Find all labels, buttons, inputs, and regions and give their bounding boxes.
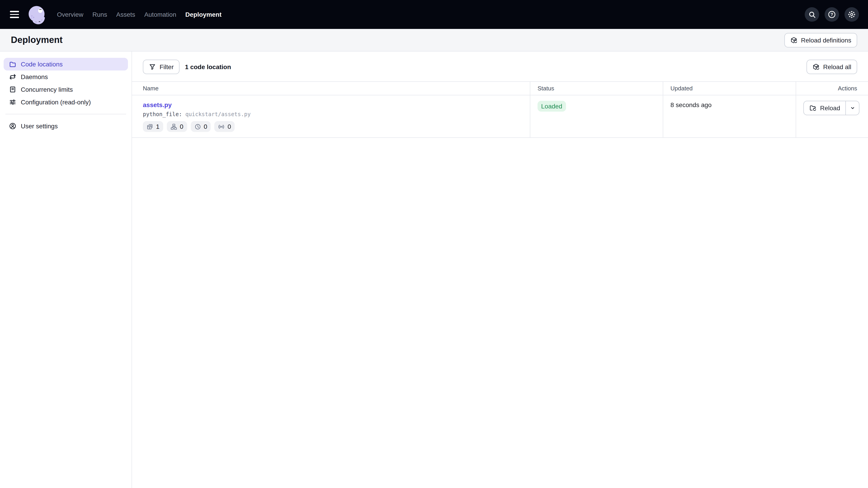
schedules-count: 0 xyxy=(204,123,207,130)
sensors-count-badge: 0 xyxy=(215,121,235,132)
sidebar-item-user-settings[interactable]: User settings xyxy=(4,120,128,132)
reload-all-button[interactable]: Reload all xyxy=(806,60,857,74)
reload-all-label: Reload all xyxy=(823,63,851,70)
menu-button[interactable] xyxy=(5,5,24,24)
help-button[interactable]: ? xyxy=(825,7,839,22)
job-graph-icon xyxy=(170,123,177,130)
primary-nav: Overview Runs Assets Automation Deployme… xyxy=(53,7,226,22)
reload-definitions-button[interactable]: Reload definitions xyxy=(784,33,857,47)
nav-utility-buttons: ? xyxy=(805,7,859,22)
jobs-count-badge: 0 xyxy=(167,121,187,132)
app-window: Overview Runs Assets Automation Deployme… xyxy=(0,0,868,488)
definition-key: python_file: xyxy=(143,111,182,118)
status-cell: Loaded xyxy=(530,95,663,137)
dagster-logo xyxy=(27,4,47,24)
folder-icon xyxy=(9,61,16,68)
sidebar-item-label: Daemons xyxy=(21,73,48,80)
schedule-clock-icon xyxy=(194,123,201,130)
help-icon: ? xyxy=(828,10,836,19)
document-icon xyxy=(9,86,16,93)
code-location-definition: python_file: quickstart/assets.py xyxy=(143,111,523,118)
page-header: Deployment Reload definitions xyxy=(0,29,868,52)
sidebar-item-concurrency-limits[interactable]: Concurrency limits xyxy=(4,83,128,96)
chevron-down-icon xyxy=(850,105,855,111)
sidebar-item-label: User settings xyxy=(21,123,58,130)
page-title: Deployment xyxy=(11,35,63,45)
sidebar-item-daemons[interactable]: Daemons xyxy=(4,70,128,83)
filter-label: Filter xyxy=(160,63,174,70)
toolbar: Filter 1 code location Reload all xyxy=(132,52,868,81)
code-locations-main: Filter 1 code location Reload all Name S… xyxy=(132,52,868,488)
code-location-link[interactable]: assets.py xyxy=(143,101,172,108)
sidebar-item-label: Configuration (read-only) xyxy=(21,98,91,106)
table-header: Name Status Updated Actions xyxy=(132,81,868,95)
sensor-icon xyxy=(218,123,225,130)
actions-cell: Reload xyxy=(796,95,868,137)
column-header-status: Status xyxy=(530,82,663,95)
sidebar-item-configuration[interactable]: Configuration (read-only) xyxy=(4,96,128,108)
updated-cell: 8 seconds ago xyxy=(663,95,796,137)
schedules-count-badge: 0 xyxy=(191,121,211,132)
user-icon xyxy=(9,123,16,130)
funnel-icon xyxy=(149,63,156,70)
sliders-icon xyxy=(9,98,16,106)
filter-button[interactable]: Filter xyxy=(143,60,180,74)
folder-reload-icon xyxy=(809,104,816,111)
repeat-icon xyxy=(9,73,16,80)
column-header-updated: Updated xyxy=(663,82,796,95)
column-header-name: Name xyxy=(132,82,530,95)
name-cell: assets.py python_file: quickstart/assets… xyxy=(132,95,530,137)
nav-deployment[interactable]: Deployment xyxy=(181,7,226,22)
table-row: assets.py python_file: quickstart/assets… xyxy=(132,95,868,138)
box-reload-icon xyxy=(812,63,819,70)
reload-split-button: Reload xyxy=(803,101,860,115)
nav-runs[interactable]: Runs xyxy=(88,7,112,22)
sidebar-item-code-locations[interactable]: Code locations xyxy=(4,58,128,70)
nav-automation[interactable]: Automation xyxy=(140,7,181,22)
settings-button[interactable] xyxy=(844,7,859,22)
sidebar-item-label: Code locations xyxy=(21,61,63,68)
sidebar-item-label: Concurrency limits xyxy=(21,86,73,93)
count-badges: 1 0 xyxy=(143,121,523,132)
definition-value: quickstart/assets.py xyxy=(185,111,251,118)
gear-icon xyxy=(848,10,856,19)
search-icon xyxy=(808,11,816,18)
assets-count: 1 xyxy=(156,123,160,130)
nav-assets[interactable]: Assets xyxy=(112,7,140,22)
search-button[interactable] xyxy=(805,7,819,22)
updated-timestamp: 8 seconds ago xyxy=(671,101,712,108)
reload-button[interactable]: Reload xyxy=(804,101,846,115)
assets-count-badge: 1 xyxy=(143,121,163,132)
content-area: Code locations Daemons Concurrency limit… xyxy=(0,52,868,488)
jobs-count: 0 xyxy=(180,123,184,130)
reload-definitions-label: Reload definitions xyxy=(801,36,851,43)
deployment-sidebar: Code locations Daemons Concurrency limit… xyxy=(0,52,132,488)
asset-table-icon xyxy=(147,123,153,130)
nav-overview[interactable]: Overview xyxy=(53,7,88,22)
column-header-actions: Actions xyxy=(796,82,868,95)
box-reload-icon xyxy=(790,36,797,43)
top-nav: Overview Runs Assets Automation Deployme… xyxy=(0,0,868,29)
reload-button-label: Reload xyxy=(820,104,840,111)
svg-text:?: ? xyxy=(831,12,833,17)
code-location-count: 1 code location xyxy=(185,63,231,70)
menu-icon xyxy=(10,11,19,12)
sensors-count: 0 xyxy=(228,123,231,130)
status-badge: Loaded xyxy=(537,101,566,111)
reload-options-button[interactable] xyxy=(846,101,859,115)
sidebar-divider xyxy=(5,114,126,114)
